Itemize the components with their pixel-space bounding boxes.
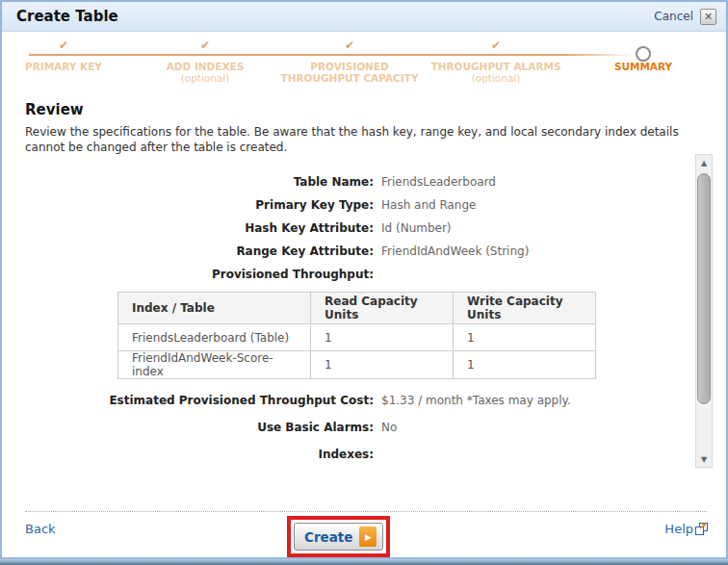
step-check-icon: ✔	[11, 39, 117, 51]
wizard-progress: ✔ PRIMARY KEY ✔ ADD INDEXES (optional) ✔…	[2, 34, 726, 93]
step-summary: ✔ SUMMARY	[590, 39, 696, 72]
review-description: Review the specifications for the table.…	[25, 124, 697, 161]
create-table-dialog: Create Table Cancel ✕ ✔ PRIMARY KEY ✔ AD…	[0, 0, 728, 559]
step-add-indexes: ✔ ADD INDEXES (optional)	[147, 39, 263, 84]
step-throughput-alarms: ✔ THROUGHPUT ALARMS (optional)	[419, 39, 573, 84]
dialog-titlebar: Create Table Cancel ✕	[2, 2, 726, 32]
highlight-annotation-box: Create ▶	[287, 516, 390, 557]
step-check-icon: ✔	[277, 39, 422, 51]
scroll-up-button[interactable]: ▲	[696, 155, 712, 170]
field-indexes: Indexes:	[25, 441, 697, 468]
cancel-link[interactable]: Cancel	[654, 10, 693, 23]
scroll-thumb[interactable]	[697, 173, 711, 404]
field-table-name: Table Name: FriendsLeaderboard	[25, 170, 697, 193]
throughput-table-header-row: Index / Table Read Capacity Units Write …	[118, 293, 596, 324]
dialog-title: Create Table	[16, 8, 118, 25]
forward-arrow-icon: ▶	[359, 526, 377, 547]
footer-divider	[25, 511, 707, 512]
scrollbar[interactable]: ▲ ▼	[695, 154, 713, 468]
step-primary-key: ✔ PRIMARY KEY	[11, 39, 117, 72]
field-hash-key-attribute: Hash Key Attribute: Id (Number)	[25, 217, 697, 240]
field-primary-key-type: Primary Key Type: Hash and Range	[25, 193, 697, 217]
review-fields: Table Name: FriendsLeaderboard Primary K…	[25, 170, 697, 286]
help-link[interactable]: Help	[664, 522, 693, 536]
dialog-footer: Back Create ▶ Help ↗	[2, 471, 726, 558]
review-fields-2: Estimated Provisioned Throughput Cost: $…	[25, 387, 697, 468]
table-row: FriendIdAndWeek-Score-index 1 1	[118, 351, 596, 379]
field-provisioned-throughput: Provisioned Throughput:	[25, 263, 697, 286]
field-estimated-cost: Estimated Provisioned Throughput Cost: $…	[25, 387, 697, 414]
page-bottom-edge	[0, 559, 728, 565]
close-icon[interactable]: ✕	[700, 9, 716, 25]
review-heading: Review	[25, 101, 697, 118]
throughput-table: Index / Table Read Capacity Units Write …	[117, 292, 596, 379]
field-range-key-attribute: Range Key Attribute: FriendIdAndWeek (St…	[25, 240, 697, 263]
external-link-icon: ↗	[694, 522, 709, 536]
scroll-down-button[interactable]: ▼	[696, 451, 712, 467]
step-check-icon: ✔	[147, 39, 263, 51]
back-link[interactable]: Back	[25, 522, 56, 536]
field-use-basic-alarms: Use Basic Alarms: No	[25, 414, 697, 441]
table-row: FriendsLeaderboard (Table) 1 1	[118, 324, 596, 351]
review-panel: Review Review the specifications for the…	[2, 93, 697, 471]
step-provisioned-throughput: ✔ PROVISIONED THROUGHPUT CAPACITY	[277, 39, 422, 84]
create-button[interactable]: Create ▶	[294, 523, 383, 551]
step-check-icon: ✔	[419, 39, 573, 51]
